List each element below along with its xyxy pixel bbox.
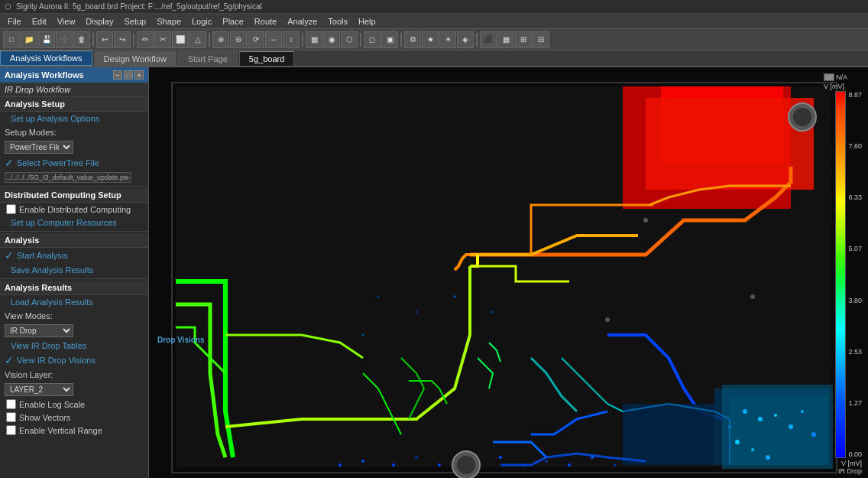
divider-1	[0, 186, 148, 187]
color-bar-container: 8.877.606.335.073.802.531.270.00	[835, 91, 862, 458]
panel1-button[interactable]: ⊞	[515, 31, 532, 48]
board-view-button[interactable]: ⬛	[480, 31, 497, 48]
menu-item-tools[interactable]: Tools	[323, 15, 352, 28]
menu-item-logic[interactable]: Logic	[187, 15, 216, 28]
legend-value: 8.87	[848, 91, 862, 99]
open-file-button[interactable]: 📁	[21, 31, 37, 48]
checkbox-log-scale[interactable]	[6, 399, 16, 409]
cut-button[interactable]: ✂	[154, 31, 171, 48]
svg-point-11	[774, 414, 777, 417]
menu-item-setup[interactable]: Setup	[119, 15, 151, 28]
link-select-powertree[interactable]: Select PowerTree File	[17, 158, 99, 167]
layer-view-button[interactable]: ▣	[381, 31, 398, 48]
main-layout: Analysis Workflows − □ × IR Drop Workflo…	[0, 67, 868, 478]
cb-enable-vertical[interactable]: Enable Vertical Range	[0, 424, 148, 437]
checkbox-distributed[interactable]	[6, 204, 16, 214]
settings-button[interactable]: ⚙	[404, 31, 421, 48]
add-button[interactable]: ➕	[56, 31, 73, 48]
target-button[interactable]: ◉	[323, 31, 340, 48]
svg-rect-8	[722, 385, 833, 469]
menu-bar: FileEditViewDisplaySetupShapeLogicPlaceR…	[0, 14, 868, 29]
menu-item-analyze[interactable]: Analyze	[283, 15, 322, 28]
menu-item-route[interactable]: Route	[250, 15, 281, 28]
link-setup-computer[interactable]: Set up Computer Resources	[0, 216, 148, 229]
title-bar: ⬡ Sigrity Aurora II: 5g_board.brd Projec…	[0, 0, 868, 14]
canvas-area[interactable]: Drop Visions N/A V [mV] 8.877.606.335.07…	[149, 67, 868, 478]
menu-item-view[interactable]: View	[53, 15, 80, 28]
cb-enable-log-scale[interactable]: Enable Log Scale	[0, 398, 148, 411]
grid2-button[interactable]: ▦	[497, 31, 514, 48]
tab-bar[interactable]: Analysis Workflows Design Workflow Start…	[0, 50, 868, 67]
redo-button[interactable]: ↪	[114, 31, 131, 48]
panel-subtitle: IR Drop Workflow	[0, 83, 148, 97]
zoom-in-button[interactable]: ⊕	[212, 31, 229, 48]
save-button[interactable]: 💾	[38, 31, 55, 48]
zoom-out-button[interactable]: ⊖	[230, 31, 247, 48]
fit-height-button[interactable]: ↕	[283, 31, 300, 48]
close-btn[interactable]: ×	[134, 70, 144, 80]
color-scale-labels: 8.877.606.335.073.802.531.270.00	[848, 91, 862, 458]
svg-point-20	[338, 463, 342, 467]
link-view-ir-visions[interactable]: View IR Drop Visions	[17, 356, 96, 365]
svg-point-23	[415, 456, 418, 459]
delete-button[interactable]: 🗑	[73, 31, 90, 48]
toolbar-separator	[92, 33, 94, 47]
tab-board[interactable]: 5g_board	[239, 51, 295, 66]
box-tool-button[interactable]: ⬜	[172, 31, 189, 48]
highlight-button[interactable]: ★	[422, 31, 439, 48]
hexagon-button[interactable]: ⬡	[341, 31, 358, 48]
select-layer[interactable]: LAYER_2	[5, 383, 73, 396]
na-text: N/A	[836, 73, 847, 81]
checkmark-start-icon: ✓	[5, 249, 14, 262]
undo-button[interactable]: ↩	[96, 31, 113, 48]
toolbar-separator	[476, 33, 478, 47]
row-view-modes: IR Drop	[0, 323, 148, 339]
pen-tool-button[interactable]: ✏	[137, 31, 154, 48]
toolbar-separator	[209, 33, 210, 47]
menu-item-shape[interactable]: Shape	[152, 15, 186, 28]
link-save-results[interactable]: Save Analysis Results	[0, 263, 148, 277]
menu-item-edit[interactable]: Edit	[28, 15, 51, 28]
panel2-button[interactable]: ⊟	[533, 31, 549, 48]
fit-width-button[interactable]: ↔	[265, 31, 282, 48]
svg-point-14	[811, 432, 816, 437]
svg-point-44	[605, 317, 610, 322]
checkbox-vertical[interactable]	[6, 425, 16, 435]
svg-point-41	[457, 456, 475, 474]
minimize-btn[interactable]: −	[113, 70, 122, 80]
menu-item-place[interactable]: Place	[218, 15, 248, 28]
cb-enable-distributed[interactable]: Enable Distributed Computing	[0, 203, 148, 216]
cb-show-vectors[interactable]: Show Vectors	[0, 411, 148, 424]
link-load-results[interactable]: Load Analysis Results	[0, 295, 148, 309]
svg-point-29	[545, 460, 548, 463]
analyze-button[interactable]: ◈	[457, 31, 474, 48]
link-setup-options[interactable]: Set up Analysis Options	[0, 112, 148, 125]
shape-tool-button[interactable]: △	[189, 31, 206, 48]
checkbox-vectors[interactable]	[6, 412, 16, 422]
menu-item-help[interactable]: Help	[354, 15, 381, 28]
label-vision-layer: Vision Layer:	[0, 368, 148, 382]
select-powertree-file[interactable]: PowerTree File	[5, 141, 73, 154]
select-ir-drop[interactable]: IR Drop	[5, 324, 73, 337]
view-mode-button[interactable]: ◻	[364, 31, 381, 48]
svg-point-16	[735, 440, 740, 444]
section-analysis: Analysis	[0, 233, 148, 248]
panel-header-text: Analysis Workflows	[5, 70, 84, 80]
tab-analysis-workflows[interactable]: Analysis Workflows	[0, 50, 92, 66]
link-start-analysis[interactable]: Start Analysis	[17, 251, 68, 260]
tab-start-page[interactable]: Start Page	[178, 51, 238, 66]
powertree-path-input[interactable]	[5, 172, 131, 183]
grid-button[interactable]: ▦	[306, 31, 322, 48]
tab-design-workflow[interactable]: Design Workflow	[94, 51, 177, 66]
window-controls[interactable]: − □ ×	[113, 70, 144, 80]
svg-point-22	[392, 463, 395, 467]
label-log-scale: Enable Log Scale	[19, 400, 85, 409]
new-file-button[interactable]: □	[3, 31, 20, 48]
menu-item-display[interactable]: Display	[81, 15, 118, 28]
divider-2	[0, 231, 148, 232]
menu-item-file[interactable]: File	[3, 15, 26, 28]
fit-all-button[interactable]: ⟳	[248, 31, 264, 48]
link-view-ir-tables[interactable]: View IR Drop Tables	[0, 339, 148, 353]
display-button[interactable]: ☀	[439, 31, 456, 48]
restore-btn[interactable]: □	[124, 70, 133, 80]
